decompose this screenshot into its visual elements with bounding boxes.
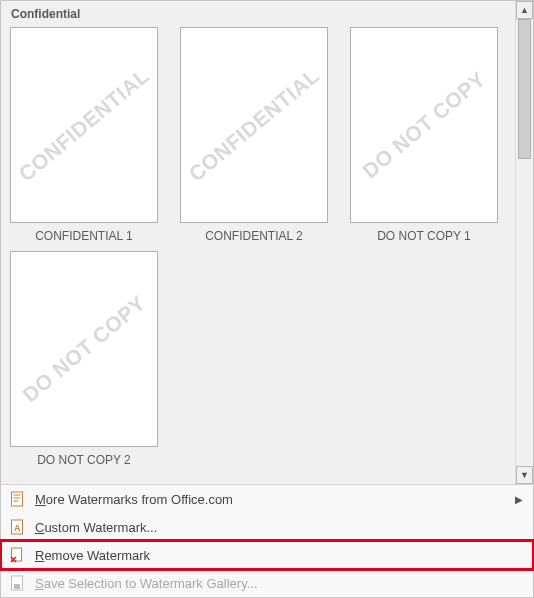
page-remove-icon — [7, 546, 27, 564]
scroll-up-button[interactable]: ▲ — [516, 1, 533, 19]
page-icon — [7, 490, 27, 508]
gallery-scroll-area: Confidential CONFIDENTIAL CONFIDENTIAL 1… — [1, 1, 533, 484]
thumb-label: CONFIDENTIAL 2 — [205, 229, 303, 243]
thumb-page: DO NOT COPY — [350, 27, 498, 223]
svg-text:A: A — [14, 523, 21, 533]
scroll-track[interactable] — [516, 19, 533, 466]
watermark-gallery-panel: Confidential CONFIDENTIAL CONFIDENTIAL 1… — [0, 0, 534, 598]
watermark-text: DO NOT COPY — [358, 67, 490, 183]
thumb-row: DO NOT COPY DO NOT COPY 2 — [9, 251, 507, 467]
thumb-label: DO NOT COPY 1 — [377, 229, 471, 243]
watermark-text: DO NOT COPY — [18, 291, 150, 407]
watermark-thumb-do-not-copy-1[interactable]: DO NOT COPY DO NOT COPY 1 — [349, 27, 499, 243]
menu-save-selection: Save Selection to Watermark Gallery... — [1, 569, 533, 597]
gallery: Confidential CONFIDENTIAL CONFIDENTIAL 1… — [1, 1, 515, 484]
menu-label: More Watermarks from Office.com — [35, 492, 515, 507]
thumb-label: CONFIDENTIAL 1 — [35, 229, 133, 243]
thumb-page: DO NOT COPY — [10, 251, 158, 447]
menu-custom-watermark[interactable]: A Custom Watermark... — [1, 513, 533, 541]
menu-label: Save Selection to Watermark Gallery... — [35, 576, 523, 591]
scrollbar[interactable]: ▲ ▼ — [515, 1, 533, 484]
scroll-thumb[interactable] — [518, 19, 531, 159]
menu-more-watermarks[interactable]: More Watermarks from Office.com ▶ — [1, 485, 533, 513]
scroll-down-button[interactable]: ▼ — [516, 466, 533, 484]
chevron-up-icon: ▲ — [520, 5, 529, 15]
svg-rect-0 — [12, 492, 23, 506]
watermark-text: CONFIDENTIAL — [184, 64, 324, 187]
thumb-page: CONFIDENTIAL — [10, 27, 158, 223]
page-icon: A — [7, 518, 27, 536]
menu-remove-watermark[interactable]: Remove Watermark — [1, 541, 533, 569]
thumb-page: CONFIDENTIAL — [180, 27, 328, 223]
thumb-label: DO NOT COPY 2 — [37, 453, 131, 467]
menu-list: More Watermarks from Office.com ▶ A Cust… — [1, 484, 533, 597]
section-header-confidential: Confidential — [9, 1, 507, 27]
svg-rect-5 — [14, 584, 20, 589]
thumb-row: CONFIDENTIAL CONFIDENTIAL 1 CONFIDENTIAL… — [9, 27, 507, 243]
watermark-thumb-confidential-1[interactable]: CONFIDENTIAL CONFIDENTIAL 1 — [9, 27, 159, 243]
chevron-right-icon: ▶ — [515, 494, 523, 505]
watermark-thumb-do-not-copy-2[interactable]: DO NOT COPY DO NOT COPY 2 — [9, 251, 159, 467]
watermark-text: CONFIDENTIAL — [14, 64, 154, 187]
chevron-down-icon: ▼ — [520, 470, 529, 480]
watermark-thumb-confidential-2[interactable]: CONFIDENTIAL CONFIDENTIAL 2 — [179, 27, 329, 243]
save-gallery-icon — [7, 574, 27, 592]
menu-label: Custom Watermark... — [35, 520, 523, 535]
menu-label: Remove Watermark — [35, 548, 523, 563]
